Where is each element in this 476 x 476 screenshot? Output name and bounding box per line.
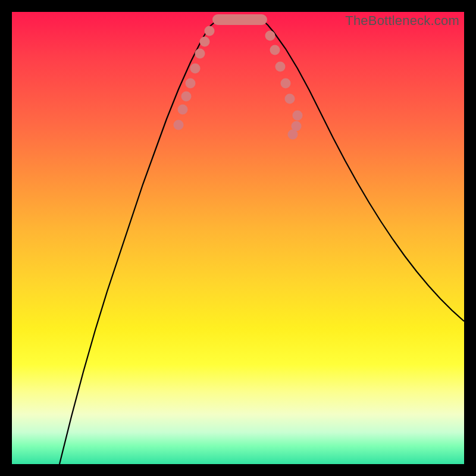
- valley-pill: [212, 14, 267, 25]
- data-point: [181, 92, 192, 102]
- data-point: [285, 94, 295, 104]
- data-point: [200, 37, 210, 47]
- data-point: [281, 79, 291, 89]
- data-point: [178, 105, 188, 115]
- data-point: [174, 120, 184, 130]
- data-point: [195, 49, 205, 59]
- data-point: [265, 31, 275, 41]
- data-point: [293, 111, 303, 121]
- data-point: [292, 121, 302, 131]
- plot-area: TheBottleneck.com: [12, 12, 464, 464]
- data-point: [275, 62, 286, 72]
- data-point: [186, 79, 196, 89]
- curve-layer: [12, 12, 464, 464]
- data-point: [205, 26, 215, 36]
- data-point: [190, 64, 201, 74]
- curve-right: [262, 20, 464, 321]
- dots-left: [174, 26, 215, 130]
- chart-frame: TheBottleneck.com: [0, 0, 476, 476]
- data-point: [270, 45, 280, 55]
